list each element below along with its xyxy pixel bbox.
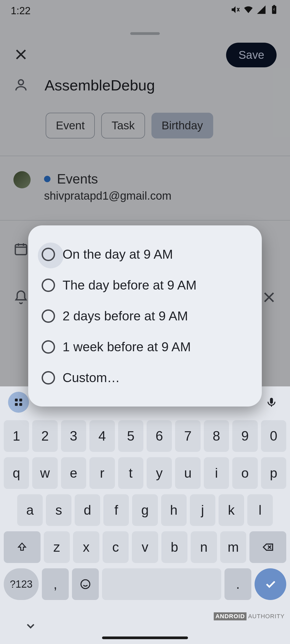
radio-icon (42, 279, 55, 292)
key-d[interactable]: d (75, 494, 100, 526)
svg-rect-7 (19, 403, 22, 406)
radio-label: The day before at 9 AM (63, 278, 197, 292)
key-w[interactable]: w (32, 457, 57, 489)
key-comma[interactable]: , (42, 568, 69, 600)
svg-rect-3 (15, 245, 27, 255)
radio-option-1[interactable]: The day before at 9 AM (39, 270, 251, 301)
svg-rect-4 (15, 399, 18, 402)
key-4[interactable]: 4 (89, 420, 115, 452)
key-z[interactable]: z (44, 531, 70, 563)
top-bar: Save (0, 40, 290, 70)
keyboard-apps-icon[interactable] (8, 392, 29, 413)
key-h[interactable]: h (161, 494, 187, 526)
bell-icon (13, 290, 28, 306)
svg-rect-6 (15, 403, 18, 406)
keyboard-row-1: q w e r t y u i o p (4, 457, 286, 489)
title-row: AssembleDebug (0, 76, 290, 94)
signal-icon (256, 5, 266, 17)
key-s[interactable]: s (46, 494, 71, 526)
key-i[interactable]: i (204, 457, 229, 489)
watermark: ANDROIDAUTHORITY (214, 612, 285, 620)
divider (0, 156, 290, 156)
radio-option-2[interactable]: 2 days before at 9 AM (39, 301, 251, 331)
key-f[interactable]: f (103, 494, 129, 526)
key-l[interactable]: l (247, 494, 273, 526)
key-5[interactable]: 5 (118, 420, 143, 452)
nav-home-pill[interactable] (102, 636, 188, 639)
key-t[interactable]: t (118, 457, 143, 489)
notification-picker-dialog: On the day at 9 AM The day before at 9 A… (28, 225, 262, 407)
mic-icon[interactable] (261, 392, 282, 413)
key-c[interactable]: c (103, 531, 129, 563)
radio-icon (42, 340, 55, 354)
close-icon[interactable] (13, 47, 28, 63)
key-y[interactable]: y (147, 457, 172, 489)
keyboard-row-2: a s d f g h j k l (4, 494, 286, 526)
radio-label: Custom… (63, 370, 120, 385)
keyboard-row-4: ?123 , . (4, 568, 286, 600)
key-8[interactable]: 8 (204, 420, 229, 452)
key-emoji[interactable] (72, 568, 99, 600)
drag-handle[interactable] (130, 32, 160, 35)
wifi-icon (243, 5, 253, 17)
type-chips: Event Task Birthday (46, 113, 213, 138)
svg-rect-8 (270, 398, 273, 404)
key-backspace[interactable] (249, 531, 286, 563)
radio-icon (42, 371, 55, 385)
radio-option-3[interactable]: 1 week before at 9 AM (39, 331, 251, 362)
key-x[interactable]: x (73, 531, 99, 563)
avatar (13, 171, 31, 188)
key-r[interactable]: r (89, 457, 115, 489)
chip-task[interactable]: Task (101, 113, 145, 138)
calendar-row[interactable]: Events shivpratapd1@gmail.com (0, 166, 290, 208)
key-m[interactable]: m (220, 531, 247, 563)
key-1[interactable]: 1 (4, 420, 29, 452)
key-shift[interactable] (4, 531, 41, 563)
key-9[interactable]: 9 (232, 420, 258, 452)
calendar-color-dot (44, 176, 50, 182)
calendar-icon (13, 241, 28, 258)
keyboard-row-3: z x c v b n m (4, 531, 286, 563)
key-e[interactable]: e (61, 457, 86, 489)
key-7[interactable]: 7 (175, 420, 200, 452)
radio-option-0[interactable]: On the day at 9 AM (39, 239, 251, 270)
radio-icon (42, 309, 55, 323)
key-b[interactable]: b (161, 531, 188, 563)
key-q[interactable]: q (4, 457, 29, 489)
key-j[interactable]: j (190, 494, 215, 526)
key-o[interactable]: o (232, 457, 258, 489)
keyboard-row-num: 1 2 3 4 5 6 7 8 9 0 (4, 420, 286, 452)
key-a[interactable]: a (17, 494, 43, 526)
radio-label: 2 days before at 9 AM (63, 309, 188, 323)
svg-rect-5 (19, 399, 22, 402)
svg-rect-1 (273, 5, 275, 6)
key-k[interactable]: k (219, 494, 244, 526)
radio-icon (42, 248, 55, 261)
key-3[interactable]: 3 (61, 420, 86, 452)
key-n[interactable]: n (191, 531, 217, 563)
chip-birthday[interactable]: Birthday (151, 113, 213, 138)
chip-event[interactable]: Event (46, 113, 95, 138)
key-g[interactable]: g (132, 494, 158, 526)
save-button[interactable]: Save (226, 43, 277, 67)
keyboard-collapse-icon[interactable] (24, 620, 37, 634)
key-u[interactable]: u (175, 457, 200, 489)
svg-point-9 (81, 580, 90, 589)
key-v[interactable]: v (132, 531, 158, 563)
status-time: 1:22 (11, 5, 31, 17)
battery-charging-icon (269, 5, 279, 17)
key-space[interactable] (102, 568, 221, 600)
close-icon[interactable] (262, 290, 277, 306)
status-bar: 1:22 (0, 0, 290, 21)
key-period[interactable]: . (224, 568, 251, 600)
event-title[interactable]: AssembleDebug (45, 76, 155, 94)
key-6[interactable]: 6 (147, 420, 172, 452)
radio-option-custom[interactable]: Custom… (39, 362, 251, 393)
key-2[interactable]: 2 (32, 420, 57, 452)
key-enter[interactable] (255, 568, 286, 600)
svg-point-2 (19, 80, 24, 85)
key-symbols[interactable]: ?123 (4, 568, 39, 600)
key-p[interactable]: p (261, 457, 286, 489)
mute-icon (230, 5, 241, 17)
key-0[interactable]: 0 (261, 420, 286, 452)
